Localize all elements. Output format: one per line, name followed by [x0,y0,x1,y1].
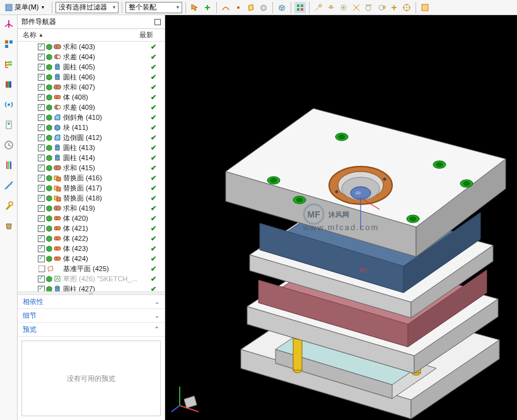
lt-page-icon[interactable] [3,119,15,131]
tool-snap-plus-icon[interactable] [388,2,400,13]
tree-row[interactable]: 边倒圆 (412)✔ [18,132,165,143]
menu-button[interactable]: 菜单(M) ▼ [1,1,49,13]
checkbox-icon[interactable] [38,195,45,202]
tree-row[interactable]: 基准平面 (425)✔ [18,264,165,274]
checkbox-icon[interactable] [38,124,45,131]
lt-tree-icon[interactable] [3,58,15,71]
checkbox-icon[interactable] [38,74,45,81]
preview-header[interactable]: 预览 ⌃ [18,323,165,337]
tool-snap-center-icon[interactable] [338,2,349,13]
checkbox-off-icon[interactable] [38,265,46,273]
feature-label: 倒斜角 (410) [62,113,142,122]
tool-snap-tangent-icon[interactable] [363,2,375,13]
checkbox-icon[interactable] [38,276,45,283]
lt-history-icon[interactable] [3,139,15,151]
preview-empty-text: 没有可用的预览 [67,374,115,383]
lt-broadcast-icon[interactable] [3,98,15,111]
checkbox-icon[interactable] [38,235,45,242]
tree-row[interactable]: 求和 (403)✔ [18,42,165,52]
tree-row[interactable]: 倒斜角 (410)✔ [18,112,165,122]
tool-pick-face-icon[interactable] [245,2,257,13]
lt-bucket-icon[interactable] [3,219,15,232]
checkbox-icon[interactable] [38,165,45,172]
checkbox-icon[interactable] [38,175,45,182]
feature-label: 体 (422) [62,234,142,243]
checkbox-icon[interactable] [38,185,45,192]
checkbox-icon[interactable] [38,114,45,121]
view-triad-icon[interactable] [170,377,208,415]
checkbox-icon[interactable] [38,44,45,50]
checkbox-icon[interactable] [38,104,45,111]
svg-point-107 [270,178,277,182]
viewport-3d[interactable]: XC MF 沐风网 www.mfcad.com [165,15,517,420]
checkbox-icon[interactable] [38,245,45,252]
checkbox-icon[interactable] [38,134,45,141]
lt-book-icon[interactable] [3,78,15,91]
tree-row[interactable]: 草图 (426) "SKETCH_...✔ [18,274,165,284]
tool-layer-icon[interactable] [419,2,431,13]
maximize-icon[interactable] [154,19,161,25]
tree-row[interactable]: 体 (420)✔ [18,213,165,223]
tree-row[interactable]: 替换面 (417)✔ [18,183,165,193]
feature-subtype-icon [53,43,61,51]
feature-subtype-icon [53,285,61,292]
tool-snap-target-icon[interactable] [401,2,412,13]
lt-measure-icon[interactable] [3,179,15,192]
tool-pick-point-icon[interactable] [233,2,244,13]
tool-snap-mid-icon[interactable] [325,2,337,13]
tree-row[interactable]: 圆柱 (406)✔ [18,72,165,82]
tool-snap-intersect-icon[interactable] [351,2,362,13]
tree-row[interactable]: 求差 (404)✔ [18,52,165,62]
checkbox-icon[interactable] [38,155,45,161]
checkbox-icon[interactable] [38,255,45,262]
svg-rect-19 [5,45,8,48]
lt-tool-icon[interactable] [3,199,15,212]
tree-row[interactable]: 块 (411)✔ [18,122,165,132]
tool-pick-body-icon[interactable] [258,2,269,13]
tree-row[interactable]: 圆柱 (413)✔ [18,143,165,153]
assembly-dropdown[interactable]: 整个装配 [125,2,182,13]
tree-row[interactable]: 求和 (407)✔ [18,82,165,92]
checkbox-icon[interactable] [38,84,45,91]
tool-cube-icon[interactable] [276,2,288,13]
tree-row[interactable]: 体 (422)✔ [18,233,165,243]
tree-row[interactable]: 替换面 (418)✔ [18,193,165,203]
tool-pick-curve-icon[interactable] [220,2,231,13]
latest-check-icon: ✔ [142,134,165,142]
tool-add-icon[interactable] [202,2,213,13]
tree-row[interactable]: 体 (408)✔ [18,92,165,102]
checkbox-icon[interactable] [38,225,45,232]
checkbox-icon[interactable] [38,144,45,151]
tool-snap-grid-icon[interactable] [294,2,306,13]
column-latest[interactable]: 最新 [139,30,165,40]
checkbox-icon[interactable] [38,215,45,222]
lt-palette-icon[interactable] [3,159,15,172]
checkbox-icon[interactable] [38,205,45,212]
latest-check-icon: ✔ [142,154,165,162]
column-name[interactable]: 名称 ▲ [23,30,139,40]
lt-nav-icon[interactable] [3,38,15,50]
tree-row[interactable]: 圆柱 (405)✔ [18,62,165,72]
tree-row[interactable]: 体 (423)✔ [18,243,165,254]
details-section[interactable]: 细节 ⌄ [18,309,165,323]
checkbox-icon[interactable] [38,94,45,101]
tool-snap-end-icon[interactable] [313,2,324,13]
checkbox-icon[interactable] [38,64,45,71]
tree-row[interactable]: 圆柱 (414)✔ [18,153,165,163]
filter-dropdown[interactable]: 没有选择过滤器 [55,2,119,13]
svg-point-38 [55,64,59,66]
tree-row[interactable]: 体 (424)✔ [18,254,165,264]
row-icons [38,83,62,91]
tool-snap-quadrant-icon[interactable] [376,2,387,13]
tree-row[interactable]: 求和 (419)✔ [18,203,165,213]
tree-row[interactable]: 求差 (409)✔ [18,102,165,112]
tree-row[interactable]: 替换面 (416)✔ [18,173,165,183]
checkbox-icon[interactable] [38,286,45,292]
feature-tree[interactable]: 求和 (403)✔求差 (404)✔圆柱 (405)✔圆柱 (406)✔求和 (… [18,42,165,291]
checkbox-icon[interactable] [38,54,45,61]
dependency-section[interactable]: 相依性 ⌄ [18,295,165,309]
tool-select-icon[interactable] [189,2,200,13]
tree-row[interactable]: 体 (421)✔ [18,223,165,233]
tree-row[interactable]: 求和 (415)✔ [18,163,165,173]
lt-csys-icon[interactable] [3,18,15,30]
